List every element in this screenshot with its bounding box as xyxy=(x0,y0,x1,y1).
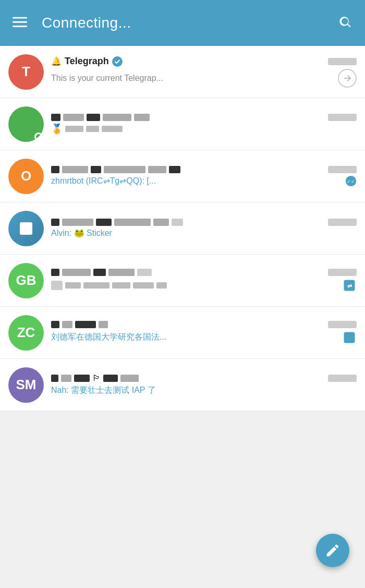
chat-time-7 xyxy=(328,375,357,382)
chat-time-3 xyxy=(328,166,357,173)
chat-time xyxy=(328,58,357,65)
chat-item-5[interactable]: GB xyxy=(0,255,365,307)
chat-list: T 🔔 Telegraph This is your current Teleg… xyxy=(0,46,365,411)
chat-item-6[interactable]: ZC 刘德军在德国大学研究各国法... xyxy=(0,307,365,359)
chat-top-row-5 xyxy=(51,269,357,276)
chat-time-6 xyxy=(328,321,357,328)
share-arrow-icon xyxy=(338,69,357,88)
chat-meta-3: ✓✓ xyxy=(345,175,357,187)
muted-icon: 🔔 xyxy=(51,56,62,66)
unread-icon-6 xyxy=(342,330,357,345)
chat-bottom-row-4: Alvin: 🐸 Sticker xyxy=(51,228,357,238)
svg-rect-8 xyxy=(344,332,355,343)
svg-point-3 xyxy=(112,56,123,67)
chat-content-4: Alvin: 🐸 Sticker xyxy=(51,219,357,238)
chat-preview-6: 刘德军在德国大学研究各国法... xyxy=(51,332,338,343)
name-blurred-7: 🏳 xyxy=(51,374,328,383)
time-and-badge-3 xyxy=(328,166,357,173)
avatar-7: SM xyxy=(8,367,44,403)
preview-row-2: 🏅 xyxy=(51,123,123,135)
svg-rect-2 xyxy=(13,26,27,27)
chat-bottom-row-5: ⇌ xyxy=(51,278,357,293)
chat-preview-4: Alvin: 🐸 Sticker xyxy=(51,228,357,238)
app-title: Connecting... xyxy=(42,15,323,31)
chat-content-7: 🏳 Nah: 需要壮士去测试 IAP 了 xyxy=(51,374,357,396)
avatar-5: GB xyxy=(8,263,44,298)
hamburger-menu[interactable] xyxy=(10,13,29,33)
chat-item-telegraph[interactable]: T 🔔 Telegraph This is your current Teleg… xyxy=(0,46,365,98)
avatar-2 xyxy=(8,106,44,142)
chat-content-5: ⇌ xyxy=(51,269,357,293)
chat-content-6: 刘德军在德国大学研究各国法... xyxy=(51,321,357,345)
svg-text:⇌: ⇌ xyxy=(347,283,352,289)
chat-preview-3: zhmrtbot (IRC⇌Tg⇌QQ): [... xyxy=(51,176,341,186)
chat-name: Telegraph xyxy=(65,56,109,67)
name-blurred-3 xyxy=(51,166,328,173)
avatar-telegraph: T xyxy=(8,54,44,90)
name-blurred-4 xyxy=(51,219,328,226)
pencil-icon xyxy=(325,543,340,558)
top-bar: Connecting... xyxy=(0,0,365,46)
chat-top-row-3 xyxy=(51,166,357,173)
unread-icon-5: ⇌ xyxy=(342,278,357,293)
chat-item-3[interactable]: O zhmrtbot (IRC⇌Tg⇌QQ): [... xyxy=(0,150,365,202)
name-blurred-5 xyxy=(51,269,328,276)
chat-bottom-row-6: 刘德军在德国大学研究各国法... xyxy=(51,330,357,345)
chat-preview-7: Nah: 需要壮士去测试 IAP 了 xyxy=(51,385,357,396)
search-button[interactable] xyxy=(336,13,355,33)
chat-top-row-4 xyxy=(51,219,357,226)
chat-name-area: 🔔 Telegraph xyxy=(51,56,328,67)
chat-bottom-row-3: zhmrtbot (IRC⇌Tg⇌QQ): [... ✓✓ xyxy=(51,175,357,187)
chat-item-2[interactable]: 🏅 xyxy=(0,98,365,150)
chat-bottom-row-7: Nah: 需要壮士去测试 IAP 了 xyxy=(51,385,357,396)
chat-content-telegraph: 🔔 Telegraph This is your current Telegra… xyxy=(51,56,357,88)
svg-rect-0 xyxy=(13,17,27,19)
avatar-4 xyxy=(8,211,44,246)
chat-top-row-6 xyxy=(51,321,357,328)
time-area-7 xyxy=(328,375,357,382)
chat-content-2: 🏅 xyxy=(51,114,357,135)
chat-meta-6 xyxy=(342,330,357,345)
chat-item-7[interactable]: SM 🏳 Nah: 需要壮士去测试 IAP 了 xyxy=(0,359,365,411)
preview-row-5 xyxy=(51,281,167,290)
chat-time-5 xyxy=(328,269,357,276)
compose-fab[interactable] xyxy=(316,534,349,567)
chat-top-row-2 xyxy=(51,114,357,121)
chat-icon-3: ✓✓ xyxy=(345,175,357,187)
chat-content-3: zhmrtbot (IRC⇌Tg⇌QQ): [... ✓✓ xyxy=(51,166,357,187)
chat-preview: This is your current Telegrap... xyxy=(51,74,334,83)
avatar-6: ZC xyxy=(8,315,44,351)
svg-text:✓✓: ✓✓ xyxy=(347,178,355,184)
chat-item-4[interactable]: Alvin: 🐸 Sticker xyxy=(0,202,365,255)
chat-time-2 xyxy=(328,114,357,121)
chat-top-row: 🔔 Telegraph xyxy=(51,56,357,67)
svg-rect-1 xyxy=(13,21,27,23)
avatar-3: O xyxy=(8,159,44,194)
chat-bottom-row: This is your current Telegrap... xyxy=(51,69,357,88)
chat-top-row-7: 🏳 xyxy=(51,374,357,383)
name-blurred-2 xyxy=(51,114,328,121)
chat-bottom-row-2: 🏅 xyxy=(51,123,357,135)
name-blurred-6 xyxy=(51,321,328,328)
chat-time-4 xyxy=(328,219,357,226)
verified-icon xyxy=(112,56,123,67)
chat-meta-5: ⇌ xyxy=(342,278,357,293)
